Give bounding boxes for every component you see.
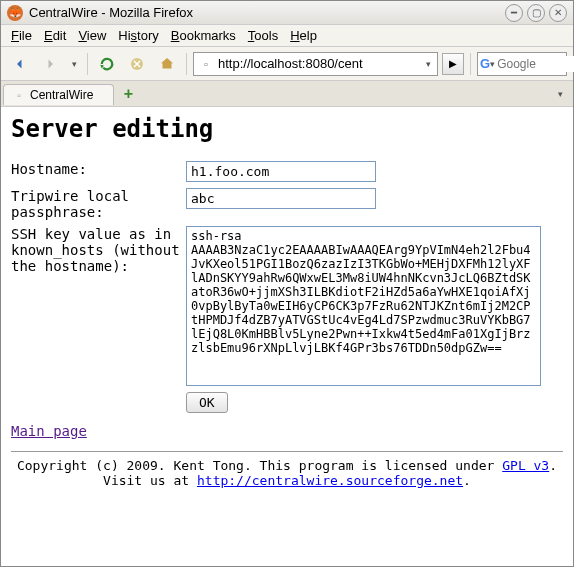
copyright-end: . [463, 473, 471, 488]
forward-button[interactable] [37, 51, 63, 77]
hostname-label: Hostname: [11, 161, 186, 177]
page-content: Server editing Hostname: Tripwire local … [1, 107, 573, 566]
separator [87, 53, 88, 75]
passphrase-label: Tripwire local passphrase: [11, 188, 186, 220]
window-title: CentralWire - Mozilla Firefox [29, 5, 501, 20]
url-input[interactable] [216, 56, 421, 71]
toolbar: ▾ ▫ ▾ ▶ G ▾ [1, 47, 573, 81]
page-title: Server editing [11, 115, 563, 143]
tab-favicon: ▫ [12, 88, 26, 102]
menu-file[interactable]: File [7, 27, 36, 44]
separator [470, 53, 471, 75]
minimize-button[interactable]: ━ [505, 4, 523, 22]
nav-dropdown[interactable]: ▾ [67, 59, 81, 69]
site-link[interactable]: http://centralwire.sourceforge.net [197, 473, 463, 488]
menubar: File Edit View History Bookmarks Tools H… [1, 25, 573, 47]
tab-list-button[interactable]: ▾ [551, 89, 569, 99]
separator [186, 53, 187, 75]
menu-help[interactable]: Help [286, 27, 321, 44]
divider [11, 451, 563, 452]
copyright-text: Copyright (c) 2009. Kent Tong. This prog… [17, 458, 502, 473]
back-button[interactable] [7, 51, 33, 77]
menu-history[interactable]: History [114, 27, 162, 44]
tab-centralwire[interactable]: ▫ CentralWire [3, 84, 114, 105]
close-button[interactable]: ✕ [549, 4, 567, 22]
home-button[interactable] [154, 51, 180, 77]
ok-button[interactable]: OK [186, 392, 228, 413]
main-page-link[interactable]: Main page [11, 423, 87, 439]
firefox-icon: 🦊 [7, 5, 23, 21]
maximize-button[interactable]: ▢ [527, 4, 545, 22]
search-box[interactable]: G ▾ [477, 52, 567, 76]
go-button[interactable]: ▶ [442, 53, 464, 75]
menu-view[interactable]: View [74, 27, 110, 44]
footer: Copyright (c) 2009. Kent Tong. This prog… [11, 458, 563, 488]
hostname-input[interactable] [186, 161, 376, 182]
menu-tools[interactable]: Tools [244, 27, 282, 44]
firefox-window: 🦊 CentralWire - Mozilla Firefox ━ ▢ ✕ Fi… [0, 0, 574, 567]
stop-button[interactable] [124, 51, 150, 77]
reload-button[interactable] [94, 51, 120, 77]
search-input[interactable] [495, 56, 574, 72]
google-icon: G [480, 56, 490, 71]
tab-label: CentralWire [30, 88, 93, 102]
new-tab-button[interactable]: + [118, 85, 138, 103]
sshkey-textarea[interactable] [186, 226, 541, 386]
url-box[interactable]: ▫ ▾ [193, 52, 438, 76]
tabbar: ▫ CentralWire + ▾ [1, 81, 573, 107]
passphrase-input[interactable] [186, 188, 376, 209]
titlebar: 🦊 CentralWire - Mozilla Firefox ━ ▢ ✕ [1, 1, 573, 25]
sshkey-label: SSH key value as in known_hosts (without… [11, 226, 186, 274]
gpl-link[interactable]: GPL v3 [502, 458, 549, 473]
page-favicon: ▫ [198, 56, 214, 72]
menu-edit[interactable]: Edit [40, 27, 70, 44]
url-dropdown[interactable]: ▾ [421, 59, 435, 69]
menu-bookmarks[interactable]: Bookmarks [167, 27, 240, 44]
